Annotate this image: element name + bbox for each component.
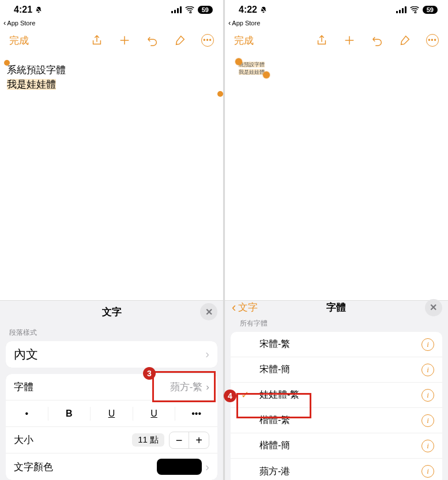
chevron-right-icon: › [205, 460, 209, 474]
font-item[interactable]: 蘋方-港 i [231, 459, 442, 480]
callout-badge: 4 [224, 390, 236, 402]
text-line: 系統預設字體 [7, 65, 66, 75]
brush-icon[interactable] [174, 34, 186, 47]
style-buttons-row: • B U U ••• [6, 400, 217, 427]
more-styles-button[interactable]: ••• [175, 409, 217, 419]
done-button[interactable]: 完成 [9, 34, 29, 47]
section-label: 所有字體 [225, 314, 448, 332]
close-icon[interactable]: ✕ [425, 299, 442, 316]
info-icon[interactable]: i [421, 364, 434, 376]
size-label: 大小 [14, 433, 33, 447]
canvas[interactable]: 統預設字體 我是娃娃體 [225, 53, 448, 300]
done-button[interactable]: 完成 [234, 34, 254, 47]
sheet-title: 字體 [326, 301, 346, 314]
dnd-icon [35, 6, 43, 14]
text-line-selected: 我是娃娃體 [7, 79, 56, 90]
back-button[interactable]: ‹ 文字 [232, 300, 258, 315]
share-icon[interactable] [315, 34, 328, 47]
signal-icon [396, 6, 406, 13]
signal-icon [171, 6, 182, 13]
status-bar: 4:21 59 [0, 0, 223, 20]
paragraph-style-row[interactable]: 內文 › [6, 341, 217, 368]
font-size-row: 大小 11 點 − + [6, 427, 217, 453]
more-icon[interactable]: ••• [426, 34, 439, 47]
battery-pill: 59 [423, 6, 438, 14]
chevron-right-icon: › [205, 347, 209, 361]
section-label: 段落樣式 [0, 323, 223, 341]
wifi-icon [410, 6, 419, 13]
toolbar: 完成 ••• [225, 28, 448, 53]
breadcrumb[interactable]: ‹ App Store [0, 20, 223, 28]
undo-icon[interactable] [146, 34, 159, 47]
brush-icon[interactable] [398, 34, 411, 47]
info-icon[interactable]: i [421, 440, 434, 452]
font-name: 蘋方-港 [259, 466, 290, 478]
close-icon[interactable]: ✕ [200, 303, 217, 320]
sheet-header: 文字 ✕ [0, 301, 223, 323]
text-color-row[interactable]: 文字顏色 › [6, 453, 217, 480]
font-name: 楷體-簡 [259, 440, 290, 452]
breadcrumb[interactable]: ‹ App Store [225, 20, 448, 28]
chevron-left-icon: ‹ [232, 300, 236, 315]
info-icon[interactable]: i [421, 389, 434, 402]
phone-right: 4:22 59 ‹ App Store 完成 ••• 統預設字體 我是娃娃體 [225, 0, 448, 480]
callout-badge: 3 [143, 367, 156, 380]
size-increase-button[interactable]: + [189, 432, 209, 448]
font-name: 宋體-簡 [259, 364, 290, 376]
breadcrumb-label: App Store [232, 20, 260, 27]
font-item[interactable]: 楷體-簡 i [231, 433, 442, 459]
toolbar: 完成 ••• [0, 28, 223, 53]
info-icon[interactable]: i [421, 465, 434, 478]
clock: 4:22 [239, 5, 257, 15]
strike-button[interactable]: U [133, 409, 175, 419]
undo-icon[interactable] [371, 34, 383, 47]
info-icon[interactable]: i [421, 338, 434, 351]
bold-button[interactable]: B [48, 409, 91, 419]
sheet-header: ‹ 文字 字體 ✕ [225, 301, 448, 314]
text-line: 統預設字體 [239, 62, 265, 67]
selection-handle[interactable] [4, 60, 10, 66]
share-icon[interactable] [91, 34, 103, 47]
callout-box [236, 393, 311, 418]
size-value: 11 點 [132, 433, 164, 447]
paragraph-style-value: 內文 [14, 346, 38, 362]
font-name: 宋體-繁 [259, 338, 290, 350]
add-icon[interactable] [343, 34, 356, 47]
text-line: 我是娃娃體 [239, 69, 265, 75]
font-item[interactable]: 宋體-簡 i [231, 357, 442, 383]
font-sheet: ‹ 文字 字體 ✕ 所有字體 4 宋體-繁 i 宋體-簡 i ✓ 娃娃體-繁 i [225, 300, 448, 480]
underline-button[interactable]: U [91, 409, 133, 419]
battery-pill: 59 [198, 6, 213, 14]
color-label: 文字顏色 [14, 460, 53, 474]
font-label: 字體 [14, 380, 33, 394]
canvas[interactable]: 系統預設字體 我是娃娃體 [0, 53, 223, 300]
phone-left: 4:21 59 ‹ App Store 完成 ••• 系統預設字體 [0, 0, 223, 480]
breadcrumb-label: App Store [7, 20, 35, 27]
sheet-title: 文字 [102, 305, 122, 319]
font-item[interactable]: 宋體-繁 i [231, 332, 442, 357]
dnd-icon [259, 6, 268, 14]
size-decrease-button[interactable]: − [170, 432, 189, 448]
clock: 4:21 [14, 5, 32, 15]
add-icon[interactable] [118, 34, 131, 47]
back-label: 文字 [238, 301, 258, 314]
more-icon[interactable]: ••• [201, 34, 214, 47]
selection-handle[interactable] [263, 71, 270, 78]
selection-handle[interactable] [217, 91, 223, 97]
selection-handle[interactable] [235, 58, 242, 65]
color-swatch [157, 459, 202, 475]
list-bullet-button[interactable]: • [6, 409, 48, 419]
status-bar: 4:22 59 [225, 0, 448, 20]
info-icon[interactable]: i [421, 414, 434, 427]
callout-box [152, 371, 216, 402]
wifi-icon [185, 6, 194, 13]
format-sheet: 文字 ✕ 段落樣式 內文 › 3 字體 蘋方-繁 › • B [0, 300, 223, 480]
